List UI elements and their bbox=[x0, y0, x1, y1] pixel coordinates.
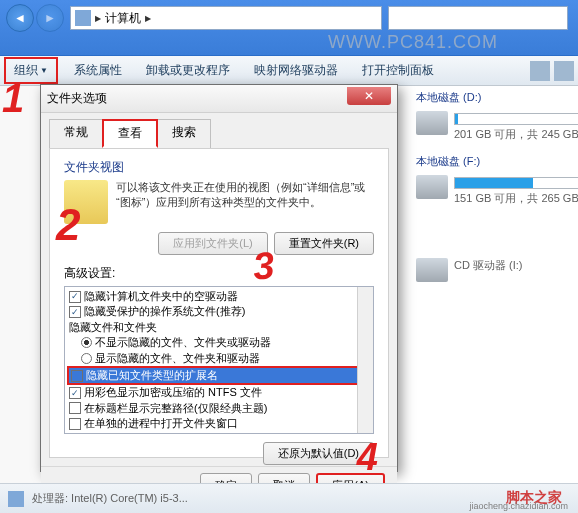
computer-icon bbox=[75, 10, 91, 26]
drive-icon bbox=[416, 111, 448, 135]
checkbox[interactable] bbox=[71, 370, 83, 382]
annotation-3: 3 bbox=[251, 244, 276, 289]
folder-icon: 2 bbox=[64, 180, 108, 224]
hide-extensions-option[interactable]: 隐藏已知文件类型的扩展名 bbox=[67, 366, 371, 385]
drive-panel: 本地磁盘 (D:) 201 GB 可用，共 245 GB 本地磁盘 (F:) 1… bbox=[416, 90, 576, 294]
radio[interactable] bbox=[81, 337, 92, 348]
back-button[interactable]: ◄ bbox=[6, 4, 34, 32]
toolbar: 组织▼ 系统属性 卸载或更改程序 映射网络驱动器 打开控制面板 bbox=[0, 56, 578, 86]
tab-search[interactable]: 搜索 bbox=[157, 119, 211, 148]
checkbox[interactable] bbox=[69, 402, 81, 414]
radio[interactable] bbox=[81, 353, 92, 364]
uninstall-button[interactable]: 卸载或更改程序 bbox=[138, 59, 238, 82]
folder-view-section: 文件夹视图 bbox=[64, 159, 374, 176]
chevron-right-icon: ▶ bbox=[145, 14, 151, 23]
view-icon[interactable] bbox=[530, 61, 550, 81]
tab-view[interactable]: 查看 bbox=[102, 119, 158, 148]
computer-icon bbox=[8, 491, 24, 507]
advanced-settings-tree[interactable]: 隐藏计算机文件夹中的空驱动器 隐藏受保护的操作系统文件(推荐) 隐藏文件和文件夹… bbox=[64, 286, 374, 434]
drive-d[interactable]: 201 GB 可用，共 245 GB bbox=[416, 111, 576, 142]
drive-f-label: 本地磁盘 (F:) bbox=[416, 154, 576, 169]
chevron-right-icon: ▶ bbox=[95, 14, 101, 23]
dialog-tabs: 常规 查看 搜索 bbox=[41, 113, 397, 148]
dialog-body: 文件夹视图 2 可以将该文件夹正在使用的视图（例如“详细信息”或“图标”）应用到… bbox=[49, 148, 389, 458]
cd-icon bbox=[416, 258, 448, 282]
checkbox[interactable] bbox=[69, 433, 81, 434]
watermark-text: WWW.PC841.COM bbox=[328, 32, 498, 53]
drive-icon bbox=[416, 175, 448, 199]
advanced-settings-label: 高级设置: 3 bbox=[64, 265, 374, 282]
dialog-title-text: 文件夹选项 bbox=[47, 90, 107, 107]
help-icon[interactable] bbox=[554, 61, 574, 81]
map-drive-button[interactable]: 映射网络驱动器 bbox=[246, 59, 346, 82]
breadcrumb-computer[interactable]: 计算机 bbox=[105, 10, 141, 27]
address-bar[interactable]: ▶ 计算机 ▶ bbox=[70, 6, 382, 30]
dialog-titlebar[interactable]: 文件夹选项 ✕ bbox=[41, 85, 397, 113]
scrollbar[interactable] bbox=[357, 287, 373, 433]
drive-f[interactable]: 151 GB 可用，共 265 GB bbox=[416, 175, 576, 206]
forward-button[interactable]: ► bbox=[36, 4, 64, 32]
annotation-4: 4 bbox=[357, 436, 378, 479]
source-stamp-url: jiaocheng.chazidian.com bbox=[469, 501, 568, 511]
reset-folders-button[interactable]: 重置文件夹(R) bbox=[274, 232, 374, 255]
folder-view-description: 可以将该文件夹正在使用的视图（例如“详细信息”或“图标”）应用到所有这种类型的文… bbox=[116, 180, 374, 224]
close-button[interactable]: ✕ bbox=[347, 87, 391, 105]
control-panel-button[interactable]: 打开控制面板 bbox=[354, 59, 442, 82]
drive-d-space: 201 GB 可用，共 245 GB bbox=[454, 127, 578, 142]
checkbox[interactable] bbox=[69, 306, 81, 318]
cd-drive-label: CD 驱动器 (I:) bbox=[454, 258, 576, 273]
annotation-1: 1 bbox=[2, 76, 24, 121]
drive-f-space: 151 GB 可用，共 265 GB bbox=[454, 191, 578, 206]
drive-d-label: 本地磁盘 (D:) bbox=[416, 90, 576, 105]
search-input[interactable] bbox=[388, 6, 568, 30]
system-properties-button[interactable]: 系统属性 bbox=[66, 59, 130, 82]
annotation-2: 2 bbox=[56, 200, 80, 250]
checkbox[interactable] bbox=[69, 387, 81, 399]
tab-general[interactable]: 常规 bbox=[49, 119, 103, 148]
status-cpu: 处理器: Intel(R) Core(TM) i5-3... bbox=[32, 491, 188, 506]
checkbox[interactable] bbox=[69, 418, 81, 430]
cd-drive[interactable]: CD 驱动器 (I:) bbox=[416, 258, 576, 282]
checkbox[interactable] bbox=[69, 291, 81, 303]
folder-options-dialog: 文件夹选项 ✕ 常规 查看 搜索 文件夹视图 2 可以将该文件夹正在使用的视图（… bbox=[40, 84, 398, 472]
